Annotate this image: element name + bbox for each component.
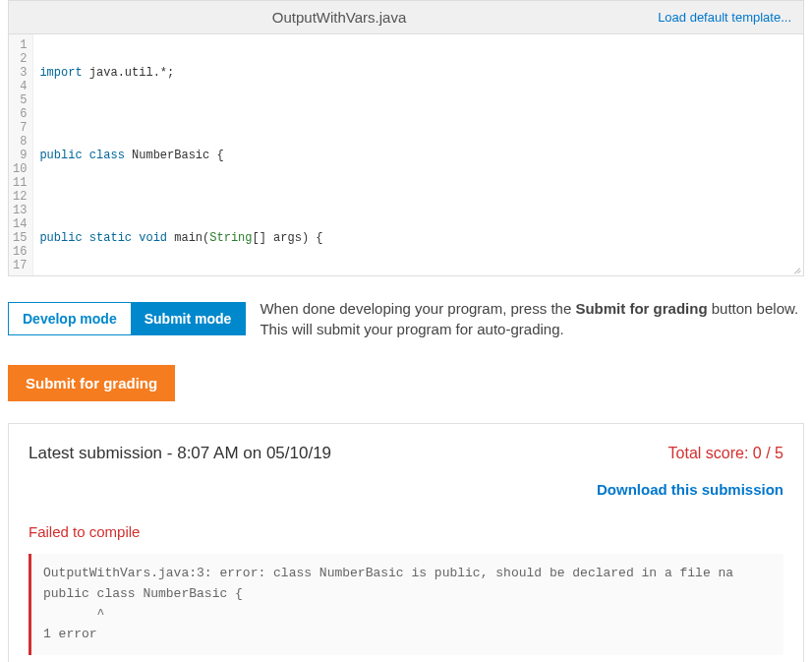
line-number: 7 [13, 121, 27, 135]
code-content[interactable]: import java.util.*; public class NumberB… [33, 34, 803, 275]
mode-toggle: Develop mode Submit mode [8, 302, 246, 335]
code-token: { [309, 231, 322, 245]
code-token: import [39, 66, 82, 80]
code-token: NumberBasic [132, 149, 209, 162]
submit-for-grading-button[interactable]: Submit for grading [8, 365, 175, 401]
code-token: public [39, 149, 82, 162]
code-token: static [89, 231, 132, 245]
line-number: 3 [13, 66, 27, 80]
line-number-gutter: 1 2 3 4 5 6 7 8 9 10 11 12 13 14 15 16 1… [9, 34, 33, 275]
resize-handle-icon[interactable] [791, 264, 801, 273]
develop-mode-button[interactable]: Develop mode [9, 303, 131, 334]
load-template-link[interactable]: Load default template... [658, 10, 791, 25]
code-token: java.util.*; [83, 66, 175, 80]
code-token: { [209, 149, 223, 162]
code-token: void [139, 231, 167, 245]
line-number: 12 [13, 190, 27, 204]
total-score-label: Total score: 0 / 5 [668, 445, 783, 462]
filename-label: OutputWithVars.java [21, 9, 658, 26]
download-submission-link[interactable]: Download this submission [29, 481, 783, 498]
code-token: public [39, 231, 82, 245]
latest-submission-label: Latest submission - 8:07 AM on 05/10/19 [29, 444, 331, 463]
line-number: 8 [13, 135, 27, 149]
line-number: 4 [13, 80, 27, 93]
line-number: 11 [13, 176, 27, 190]
line-number: 17 [13, 259, 27, 272]
code-token: String [209, 231, 252, 245]
mode-desc-bold: Submit for grading [575, 300, 707, 317]
mode-desc-pre: When done developing your program, press… [260, 300, 575, 317]
code-token: main [174, 231, 203, 245]
code-token: [] [253, 231, 266, 245]
line-number: 16 [13, 245, 27, 259]
line-number: 2 [13, 52, 27, 66]
submit-mode-button[interactable]: Submit mode [131, 303, 246, 334]
code-editor[interactable]: 1 2 3 4 5 6 7 8 9 10 11 12 13 14 15 16 1… [9, 34, 803, 275]
result-header: Latest submission - 8:07 AM on 05/10/19 … [29, 444, 783, 463]
code-editor-panel: OutputWithVars.java Load default templat… [8, 0, 804, 276]
line-number: 14 [13, 217, 27, 231]
editor-header: OutputWithVars.java Load default templat… [9, 1, 803, 34]
mode-description: When done developing your program, press… [260, 298, 804, 339]
line-number: 6 [13, 107, 27, 121]
line-number: 9 [13, 149, 27, 162]
line-number: 10 [13, 162, 27, 176]
compile-fail-label: Failed to compile [29, 523, 783, 540]
line-number: 5 [13, 93, 27, 107]
compiler-error-output: OutputWithVars.java:3: error: class Numb… [29, 554, 783, 655]
code-token: args [266, 231, 302, 245]
code-token: class [89, 149, 125, 162]
line-number: 1 [13, 38, 27, 52]
line-number: 15 [13, 231, 27, 245]
result-panel: Latest submission - 8:07 AM on 05/10/19 … [8, 423, 804, 662]
mode-row: Develop mode Submit mode When done devel… [8, 298, 804, 339]
line-number: 13 [13, 204, 27, 217]
